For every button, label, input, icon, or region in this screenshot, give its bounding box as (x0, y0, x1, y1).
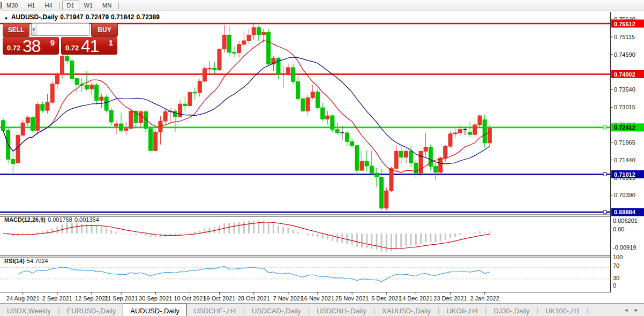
ohlc-high: 0.72479 (86, 13, 109, 21)
volume-input[interactable] (36, 24, 89, 35)
macd-histogram-bar (293, 230, 294, 234)
sell-button[interactable]: SELL (3, 23, 29, 37)
candle-body (95, 85, 99, 101)
candle-body (399, 151, 403, 157)
macd-histogram-bar (248, 221, 250, 234)
macd-histogram-bar (209, 228, 211, 234)
macd-histogram-bar (140, 234, 141, 235)
candle-body (262, 32, 266, 34)
candle-body (193, 92, 197, 93)
candle-body (483, 120, 486, 143)
macd-histogram-bar (62, 224, 63, 234)
candle-body (458, 130, 462, 133)
tab-usdx-weekly[interactable]: USDX,Weekly (0, 304, 58, 316)
level-line-handle[interactable] (603, 210, 606, 214)
candle-body (26, 117, 29, 123)
candle-body (2, 121, 5, 131)
volume-spinner: ▼ ▲ (31, 23, 89, 36)
candle-body (75, 79, 79, 85)
tab-usdcad-daily[interactable]: USDCAD-,Daily (245, 304, 308, 316)
tab-scroll-left-icon[interactable]: ◄ (624, 307, 628, 313)
price-tick-label: 0.75115 (614, 34, 635, 40)
macd-histogram-bar (484, 232, 485, 234)
candle-body (129, 111, 133, 129)
tab-uk100-h1[interactable]: UK100-,H1 (538, 304, 587, 316)
candle-body (267, 32, 271, 64)
macd-histogram-bar (278, 225, 279, 234)
macd-histogram-bar (194, 232, 196, 234)
macd-histogram-bar (356, 234, 358, 247)
macd-histogram-bar (164, 234, 166, 236)
tab-usdchf-h4[interactable]: USDCHF-,H4 (187, 304, 243, 316)
candle-body (61, 56, 64, 74)
candle-body (448, 134, 452, 146)
candle-body (85, 85, 88, 89)
candle-body (296, 81, 300, 99)
macd-histogram-bar (51, 229, 53, 234)
price-level-badge-label: 0.71012 (614, 171, 635, 178)
tab-dj30-daily[interactable]: DJ30-,Daily (486, 304, 536, 316)
macd-histogram-bar (184, 234, 186, 234)
macd-histogram-bar (454, 234, 456, 237)
candle-body (70, 61, 74, 79)
rsi-value: 54.7024 (27, 258, 48, 264)
collapse-icon[interactable]: ▲ (4, 15, 9, 20)
candle-body (65, 56, 69, 61)
timeframe-button-mn[interactable]: MN (98, 1, 116, 10)
macd-histogram-bar (317, 234, 318, 237)
volume-decrease-button[interactable]: ▼ (32, 24, 36, 35)
date-tick-label: 7 Nov 2021 (273, 295, 303, 302)
rsi-indicator-label: RSI(14)54.7024 (4, 258, 48, 264)
tab-usdcnh-daily[interactable]: USDCNH-,Daily (310, 304, 373, 316)
ma-slow-line (3, 57, 490, 164)
chart-header: ▲AUDUSD-,Daily0.719470.724790.718420.723… (4, 13, 162, 21)
tab-eurusd-daily[interactable]: EURUSD-,Daily (60, 304, 123, 316)
candle-body (331, 116, 334, 130)
tab-xauusd-daily[interactable]: XAUUSD-,Daily (375, 304, 438, 316)
candle-body (306, 97, 310, 111)
sell-price-big: 38 (23, 36, 41, 56)
timeframe-button-m30[interactable]: M30 (2, 1, 23, 10)
candle-body (119, 124, 123, 131)
price-level-badge-label: 0.74002 (614, 71, 635, 78)
level-line-handle[interactable] (603, 126, 606, 129)
tab-audusd-daily[interactable]: AUDUSD-,Daily (123, 304, 187, 316)
candle-body (55, 74, 59, 84)
level-line-handle[interactable] (603, 172, 606, 176)
macd-histogram-bar (405, 234, 407, 246)
buy-price-box[interactable]: 0.72 41 1 (61, 37, 117, 55)
candle-body (188, 92, 192, 106)
macd-histogram-bar (228, 223, 230, 234)
candle-body (50, 84, 54, 102)
tab-separator: | (587, 304, 588, 316)
macd-histogram-bar (96, 226, 98, 234)
date-tick-label: 5 Dec 2021 (371, 295, 401, 302)
rsi-group (0, 267, 610, 282)
timeframe-button-h4[interactable]: H4 (40, 1, 57, 10)
buy-button[interactable]: BUY (91, 23, 118, 37)
timeframe-button-w1[interactable]: W1 (79, 1, 98, 10)
candle-body (390, 168, 393, 191)
candle-body (237, 44, 241, 53)
macd-histogram-bar (420, 234, 422, 244)
rsi-line (18, 267, 490, 282)
candle-body (139, 112, 143, 123)
sell-price-pip: 9 (50, 38, 55, 47)
candle-body (316, 92, 319, 108)
candle-body (409, 151, 413, 163)
macd-histogram-bar (371, 234, 372, 249)
timeframe-button-h1[interactable]: H1 (23, 1, 40, 10)
macd-histogram-bar (76, 223, 78, 234)
tab-scroll-right-icon[interactable]: ► (634, 307, 639, 313)
macd-histogram-bar (322, 234, 324, 238)
macd-group (3, 221, 491, 252)
macd-histogram-bar (332, 234, 333, 241)
timeframe-button-d1[interactable]: D1 (62, 1, 79, 10)
sell-price-box[interactable]: 0.72 38 9 (3, 37, 59, 55)
macd-histogram-bar (155, 234, 156, 238)
indicator-axis-label: 100 (613, 254, 623, 260)
candle-body (424, 147, 428, 152)
candle-body (104, 97, 108, 110)
macd-histogram-bar (381, 234, 383, 252)
tab-ukoil-h4[interactable]: UKOil-,H4 (439, 304, 485, 316)
